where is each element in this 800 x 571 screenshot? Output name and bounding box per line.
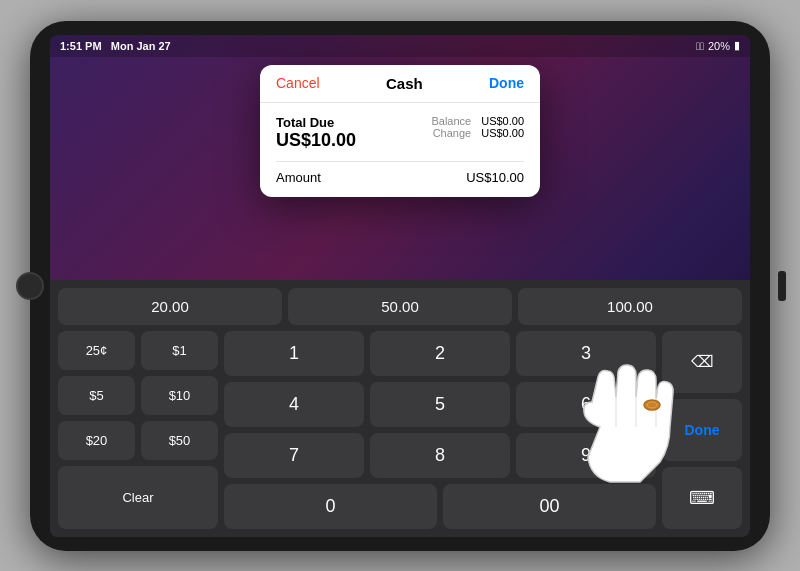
balance-label: Balance [431,115,471,127]
balance-change-block: Balance US$0.00 Change US$0.00 [431,115,524,139]
change-value: US$0.00 [481,127,524,139]
wifi-icon: ▾⃝ [696,40,704,52]
battery-level: 20% [708,40,730,52]
status-bar: 1:51 PM Mon Jan 27 ▾⃝ 20% ▮ [50,35,750,57]
total-due-block: Total Due US$10.00 [276,115,356,151]
modal-done-button[interactable]: Done [489,75,524,91]
modal-header: Cancel Cash Done [260,65,540,103]
amount-row: Amount US$10.00 [276,170,524,185]
balance-row: Balance US$0.00 [431,115,524,127]
amount-value: US$10.00 [466,170,524,185]
battery-icon: ▮ [734,39,740,52]
side-button [778,271,786,301]
modal-title: Cash [386,75,423,92]
change-row: Change US$0.00 [431,127,524,139]
change-label: Change [433,127,472,139]
modal-overlay: Cancel Cash Done Total Due US$10.00 Bala… [50,35,750,537]
tablet-screen: 1:51 PM Mon Jan 27 ▾⃝ 20% ▮ Cancel Cash … [50,35,750,537]
status-right: ▾⃝ 20% ▮ [696,39,740,52]
total-due-value: US$10.00 [276,130,356,151]
modal-body: Total Due US$10.00 Balance US$0.00 Chang… [260,103,540,197]
status-time: 1:51 PM Mon Jan 27 [60,40,171,52]
tablet-frame: 1:51 PM Mon Jan 27 ▾⃝ 20% ▮ Cancel Cash … [30,21,770,551]
total-due-label: Total Due [276,115,356,130]
modal-divider [276,161,524,162]
cash-modal: Cancel Cash Done Total Due US$10.00 Bala… [260,65,540,197]
home-button[interactable] [16,272,44,300]
date-display: Mon Jan 27 [111,40,171,52]
balance-value: US$0.00 [481,115,524,127]
amount-label: Amount [276,170,321,185]
total-row: Total Due US$10.00 Balance US$0.00 Chang… [276,115,524,151]
cancel-button[interactable]: Cancel [276,75,320,91]
time-display: 1:51 PM [60,40,102,52]
